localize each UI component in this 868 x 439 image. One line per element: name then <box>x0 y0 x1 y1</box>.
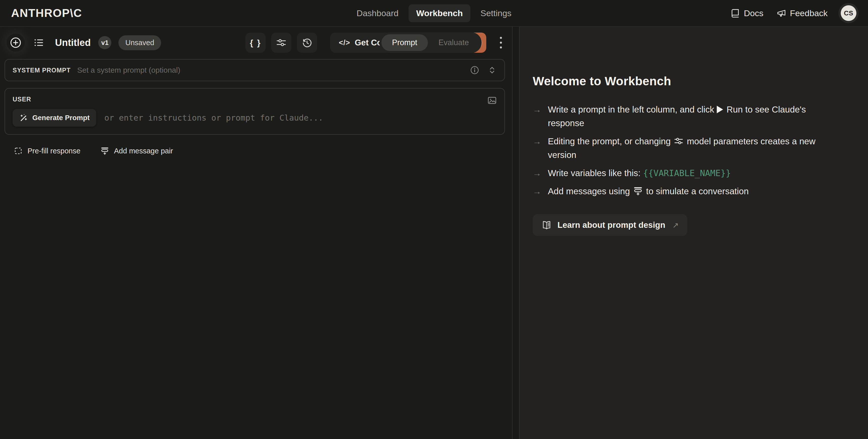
feedback-link[interactable]: Feedback <box>777 8 828 18</box>
tip-text: Write variables like this: <box>548 168 641 178</box>
system-prompt-placeholder: Set a system prompt (optional) <box>77 66 470 74</box>
user-input-row: Generate Prompt or enter instructions or… <box>12 109 497 127</box>
list-icon <box>33 37 44 48</box>
header-right-group: Docs Feedback CS <box>731 5 857 21</box>
docs-link[interactable]: Docs <box>731 8 763 18</box>
add-message-pair-icon <box>100 146 109 156</box>
message-actions-row: Pre-fill response Add message pair <box>4 146 505 156</box>
main-split: Untitled v1 Unsaved Prompt Evaluate { } … <box>0 27 868 439</box>
welcome-title: Welcome to Workbench <box>533 74 850 88</box>
status-badge: Unsaved <box>118 35 161 50</box>
dashed-selection-icon <box>13 146 23 156</box>
kebab-dot <box>500 46 502 48</box>
book-icon <box>731 8 740 18</box>
info-icon[interactable] <box>470 65 480 75</box>
user-input-placeholder[interactable]: or enter instructions or prompt for Clau… <box>104 113 323 123</box>
welcome-panel: Welcome to Workbench → Write a prompt in… <box>520 27 868 439</box>
add-image-button[interactable] <box>487 95 497 106</box>
megaphone-icon <box>777 8 786 18</box>
user-avatar[interactable]: CS <box>841 5 857 21</box>
tip-text: Write a prompt in the left column, and c… <box>548 104 714 114</box>
prompt-title[interactable]: Untitled <box>55 37 91 48</box>
top-bar: ANTHROP\C Dashboard Workbench Settings D… <box>0 0 868 27</box>
play-icon <box>717 106 723 113</box>
variable-code-sample: {{VARIABLE_NAME}} <box>643 168 731 178</box>
tip-text: Add messages using <box>548 186 630 196</box>
external-link-icon: ↗ <box>672 221 679 230</box>
add-message-pair-button[interactable]: Add message pair <box>100 146 173 156</box>
code-icon: </> <box>339 39 350 47</box>
anthropic-logo: ANTHROP\C <box>11 6 82 20</box>
system-prompt-field[interactable]: SYSTEM PROMPT Set a system prompt (optio… <box>4 59 505 81</box>
version-badge[interactable]: v1 <box>98 36 111 49</box>
variables-button[interactable]: { } <box>245 33 266 53</box>
welcome-tips-list: → Write a prompt in the left column, and… <box>533 103 850 198</box>
learn-button-label: Learn about prompt design <box>557 220 665 230</box>
new-prompt-button[interactable] <box>6 34 25 52</box>
feedback-label: Feedback <box>790 8 828 18</box>
overflow-menu-button[interactable] <box>497 34 504 51</box>
model-settings-button[interactable] <box>271 33 291 53</box>
user-message-field[interactable]: USER Generate Prompt or enter instructio… <box>4 88 505 135</box>
wand-icon <box>19 113 28 122</box>
prompt-editor: SYSTEM PROMPT Set a system prompt (optio… <box>0 59 512 156</box>
arrow-icon: → <box>533 184 541 198</box>
tip-versions: → Editing the prompt, or changingmodel p… <box>533 134 850 162</box>
history-button[interactable] <box>297 33 317 53</box>
user-label: USER <box>12 96 31 103</box>
add-message-pair-icon <box>633 186 643 196</box>
prefill-response-button[interactable]: Pre-fill response <box>13 146 81 156</box>
main-nav: Dashboard Workbench Settings <box>349 4 519 22</box>
prompt-pane: Untitled v1 Unsaved Prompt Evaluate { } … <box>0 27 513 439</box>
sliders-icon <box>674 136 684 146</box>
prompt-list-button[interactable] <box>31 35 47 51</box>
expand-collapse-icon[interactable] <box>487 65 497 75</box>
open-book-icon <box>541 220 552 230</box>
docs-label: Docs <box>744 8 763 18</box>
nav-settings[interactable]: Settings <box>473 4 519 22</box>
nav-dashboard[interactable]: Dashboard <box>349 4 406 22</box>
plus-circle-icon <box>9 36 22 49</box>
tip-run: → Write a prompt in the left column, and… <box>533 103 850 130</box>
tab-prompt[interactable]: Prompt <box>381 34 428 51</box>
add-message-pair-label: Add message pair <box>114 147 173 155</box>
tip-variables: → Write variables like this:{{VARIABLE_N… <box>533 166 850 180</box>
mode-tabs: Prompt Evaluate <box>379 32 482 53</box>
tab-evaluate[interactable]: Evaluate <box>428 34 480 51</box>
kebab-dot <box>500 42 502 44</box>
nav-workbench[interactable]: Workbench <box>408 4 470 22</box>
arrow-icon: → <box>533 134 541 162</box>
system-prompt-label: SYSTEM PROMPT <box>12 67 71 74</box>
sliders-icon <box>276 37 287 48</box>
system-prompt-controls <box>470 65 497 75</box>
learn-prompt-design-button[interactable]: Learn about prompt design ↗ <box>533 214 687 236</box>
pane-resize-handle[interactable] <box>513 27 520 439</box>
history-icon <box>302 37 313 48</box>
image-icon <box>487 95 497 106</box>
braces-icon: { } <box>250 38 261 48</box>
kebab-dot <box>500 37 502 39</box>
arrow-icon: → <box>533 166 541 180</box>
arrow-icon: → <box>533 103 541 130</box>
generate-prompt-label: Generate Prompt <box>32 114 90 122</box>
tip-text: Editing the prompt, or changing <box>548 136 671 146</box>
tip-text: to simulate a conversation <box>646 186 749 196</box>
generate-prompt-button[interactable]: Generate Prompt <box>12 109 96 127</box>
tip-messages: → Add messages usingto simulate a conver… <box>533 184 850 198</box>
prefill-response-label: Pre-fill response <box>28 147 81 155</box>
prompt-toolbar: Untitled v1 Unsaved Prompt Evaluate { } … <box>0 27 512 59</box>
